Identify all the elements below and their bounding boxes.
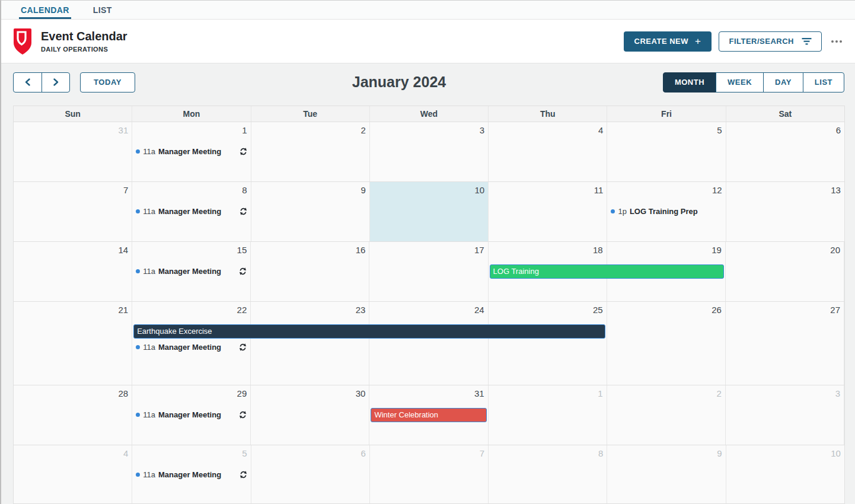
day-cell[interactable]: 21 bbox=[14, 302, 132, 385]
day-cell[interactable]: 8 11a Manager Meeting bbox=[132, 182, 251, 241]
day-cell[interactable]: 2 bbox=[607, 385, 726, 445]
event-dot-icon bbox=[136, 413, 140, 417]
event-dot-icon bbox=[136, 345, 140, 349]
page-title: Event Calendar bbox=[41, 30, 624, 43]
day-cell[interactable]: 17 bbox=[369, 242, 488, 301]
day-number: 7 bbox=[374, 448, 484, 460]
day-cell[interactable]: 6 bbox=[726, 122, 844, 181]
view-week-button[interactable]: WEEK bbox=[716, 72, 764, 92]
day-cell[interactable]: 28 bbox=[14, 385, 132, 445]
day-cell[interactable]: 14 bbox=[14, 242, 132, 301]
day-number: 8 bbox=[492, 448, 603, 460]
prev-month-button[interactable] bbox=[14, 73, 42, 92]
event-time: 11a bbox=[143, 267, 155, 276]
event-title: LOG Training Prep bbox=[630, 207, 698, 216]
event-title: Manager Meeting bbox=[158, 470, 221, 479]
day-cell-today[interactable]: 10 bbox=[370, 182, 489, 241]
dow-fri: Fri bbox=[607, 106, 726, 122]
filter-search-button[interactable]: FILTER/SEARCH bbox=[719, 31, 822, 52]
view-day-button[interactable]: DAY bbox=[763, 72, 803, 92]
day-cell[interactable]: 30 bbox=[251, 385, 369, 445]
day-number: 22 bbox=[136, 304, 247, 316]
tab-calendar[interactable]: CALENDAR bbox=[19, 1, 71, 19]
day-cell[interactable]: 23 bbox=[251, 302, 369, 385]
event-manager-meeting[interactable]: 11a Manager Meeting bbox=[136, 147, 247, 156]
day-cell[interactable]: 5 bbox=[607, 122, 726, 181]
day-cell[interactable]: 7 bbox=[370, 445, 489, 503]
event-manager-meeting[interactable]: 11a Manager Meeting bbox=[136, 410, 247, 419]
dow-wed: Wed bbox=[370, 106, 489, 122]
day-cell[interactable]: 8 bbox=[489, 445, 607, 503]
day-cell[interactable]: 15 11a Manager Meeting bbox=[132, 242, 251, 301]
dow-sun: Sun bbox=[14, 106, 132, 122]
event-manager-meeting[interactable]: 11a Manager Meeting bbox=[136, 343, 247, 352]
event-dot-icon bbox=[136, 473, 140, 477]
day-cell[interactable]: 2 bbox=[251, 122, 370, 181]
day-number: 3 bbox=[729, 388, 840, 400]
event-time: 1p bbox=[618, 207, 626, 216]
day-cell[interactable]: 20 bbox=[726, 242, 844, 301]
event-manager-meeting[interactable]: 11a Manager Meeting bbox=[136, 207, 247, 216]
day-cell[interactable]: 16 bbox=[251, 242, 369, 301]
day-cell[interactable]: 5 11a Manager Meeting bbox=[132, 445, 251, 503]
day-cell[interactable]: 9 bbox=[607, 445, 726, 503]
day-cell[interactable]: 3 bbox=[726, 385, 844, 445]
day-number: 26 bbox=[611, 304, 722, 316]
event-time: 11a bbox=[143, 470, 155, 479]
plus-icon: + bbox=[695, 36, 701, 46]
day-cell[interactable]: 1 bbox=[489, 385, 607, 445]
day-cell[interactable]: 4 bbox=[14, 445, 132, 503]
event-log-training-prep[interactable]: 1p LOG Training Prep bbox=[611, 207, 722, 216]
day-number: 20 bbox=[729, 244, 840, 256]
event-manager-meeting[interactable]: 11a Manager Meeting bbox=[136, 267, 247, 276]
day-cell[interactable]: 31 bbox=[14, 122, 132, 181]
day-cell[interactable]: 1 11a Manager Meeting bbox=[132, 122, 251, 181]
day-number: 31 bbox=[17, 125, 128, 136]
recurring-icon bbox=[239, 343, 247, 351]
dow-mon: Mon bbox=[132, 106, 251, 122]
day-cell[interactable]: 4 bbox=[489, 122, 607, 181]
more-options-icon[interactable] bbox=[830, 37, 843, 46]
view-month-button[interactable]: MONTH bbox=[663, 72, 716, 92]
day-number: 31 bbox=[373, 388, 484, 400]
week-row: 7 8 11a Manager Meeting 9 10 11 12 1p LO… bbox=[14, 182, 844, 242]
day-number: 28 bbox=[17, 388, 128, 400]
day-number: 4 bbox=[17, 448, 128, 460]
event-manager-meeting[interactable]: 11a Manager Meeting bbox=[136, 470, 247, 479]
day-cell[interactable]: 9 bbox=[251, 182, 370, 241]
filter-search-label: FILTER/SEARCH bbox=[729, 37, 794, 46]
day-cell[interactable]: 3 bbox=[370, 122, 489, 181]
day-number: 21 bbox=[17, 304, 128, 316]
day-cell[interactable]: 11 bbox=[489, 182, 607, 241]
event-time: 11a bbox=[143, 207, 155, 216]
day-cell[interactable]: 25 bbox=[489, 302, 607, 385]
day-cell[interactable]: 24 bbox=[369, 302, 488, 385]
tab-list[interactable]: LIST bbox=[91, 1, 114, 19]
recurring-icon bbox=[240, 471, 247, 479]
day-cell[interactable]: 27 bbox=[726, 302, 844, 385]
day-cell[interactable]: 29 11a Manager Meeting bbox=[132, 385, 251, 445]
event-banner-log-training[interactable]: LOG Training bbox=[490, 264, 724, 279]
day-cell[interactable]: 22 11a Manager Meeting bbox=[132, 302, 251, 385]
view-list-button[interactable]: LIST bbox=[803, 72, 844, 92]
day-number: 3 bbox=[374, 125, 484, 136]
day-number: 6 bbox=[730, 125, 841, 136]
event-title: Manager Meeting bbox=[158, 147, 221, 156]
event-time: 11a bbox=[143, 343, 155, 352]
day-cell[interactable]: 12 1p LOG Training Prep bbox=[607, 182, 726, 241]
day-number: 25 bbox=[492, 304, 603, 316]
event-banner-earthquake-exercise[interactable]: Earthquake Excercise bbox=[133, 324, 605, 339]
event-banner-winter-celebration[interactable]: Winter Celebration bbox=[371, 408, 486, 422]
day-number: 15 bbox=[136, 244, 247, 256]
day-cell[interactable]: 26 bbox=[607, 302, 726, 385]
day-cell[interactable]: 7 bbox=[14, 182, 132, 241]
day-cell[interactable]: 6 bbox=[251, 445, 370, 503]
day-cell[interactable]: 13 bbox=[726, 182, 844, 241]
create-new-button[interactable]: CREATE NEW + bbox=[624, 31, 712, 52]
week-row: 21 22 11a Manager Meeting 23 24 25 26 27… bbox=[14, 302, 844, 385]
today-button[interactable]: TODAY bbox=[80, 72, 135, 92]
prev-next-group bbox=[13, 72, 70, 92]
day-cell[interactable]: 10 bbox=[726, 445, 844, 503]
next-month-button[interactable] bbox=[42, 73, 69, 92]
month-grid: Sun Mon Tue Wed Thu Fri Sat 31 1 11a Man… bbox=[13, 106, 845, 504]
